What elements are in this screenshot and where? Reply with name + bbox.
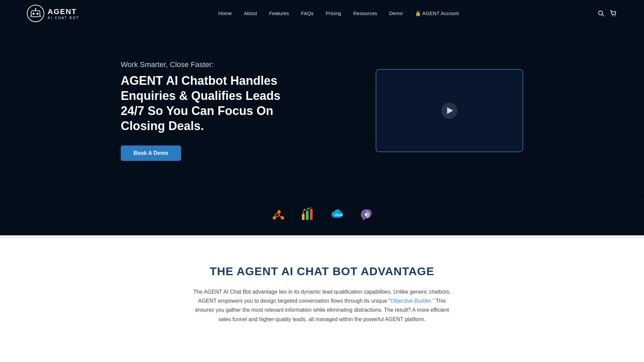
nav-about[interactable]: About bbox=[244, 10, 257, 16]
svg-marker-19 bbox=[307, 207, 310, 209]
objective-builder-link[interactable]: Objective Builder." bbox=[390, 298, 434, 304]
hero-title: AGENT AI Chatbot Handles Enquiries & Qua… bbox=[121, 73, 295, 133]
nav-resources[interactable]: Resources bbox=[353, 10, 377, 16]
svg-line-9 bbox=[602, 14, 604, 16]
logo-sub: AI CHAT BOT bbox=[48, 16, 79, 20]
svg-point-10 bbox=[612, 15, 613, 16]
hero-section: Work Smarter, Close Faster: AGENT AI Cha… bbox=[0, 27, 644, 201]
nav-account[interactable]: 🔒 AGENT Account bbox=[415, 10, 459, 16]
search-button[interactable] bbox=[598, 10, 604, 17]
svg-line-6 bbox=[30, 15, 31, 17]
analytics-icon bbox=[300, 207, 315, 222]
svg-rect-15 bbox=[302, 214, 305, 220]
navigation: AGENT AI CHAT BOT Home About Features FA… bbox=[0, 0, 644, 27]
svg-marker-18 bbox=[303, 208, 306, 210]
svg-point-24 bbox=[365, 213, 368, 216]
hubspot-icon bbox=[270, 207, 285, 222]
svg-point-5 bbox=[35, 8, 36, 9]
hero-left: Work Smarter, Close Faster: AGENT AI Cha… bbox=[121, 60, 295, 161]
integrations-bar: cloud bbox=[0, 201, 644, 235]
logo[interactable]: AGENT AI CHAT BOT bbox=[27, 5, 79, 22]
svg-line-7 bbox=[40, 15, 41, 17]
search-icon bbox=[598, 10, 604, 17]
section-divider bbox=[0, 235, 644, 238]
nav-faqs[interactable]: FAQs bbox=[301, 10, 314, 16]
logo-icon bbox=[27, 5, 44, 22]
nav-demo[interactable]: Demo bbox=[389, 10, 403, 16]
nav-features[interactable]: Features bbox=[269, 10, 289, 16]
logo-brand: AGENT bbox=[48, 7, 79, 16]
nav-home[interactable]: Home bbox=[218, 10, 232, 16]
svg-point-0 bbox=[27, 5, 44, 22]
advantage-section: THE AGENT AI CHAT BOT ADVANTAGE The AGEN… bbox=[0, 238, 644, 344]
listen360-icon bbox=[359, 207, 374, 222]
svg-rect-17 bbox=[310, 209, 313, 220]
book-demo-button[interactable]: Book A Demo bbox=[121, 145, 181, 161]
svg-point-3 bbox=[37, 13, 39, 15]
video-placeholder[interactable] bbox=[376, 69, 523, 152]
nav-pricing[interactable]: Pricing bbox=[326, 10, 341, 16]
nav-links: Home About Features FAQs Pricing Resourc… bbox=[218, 10, 459, 16]
svg-rect-1 bbox=[31, 11, 40, 17]
nav-icon-buttons bbox=[598, 10, 617, 17]
advantage-title: THE AGENT AI CHAT BOT ADVANTAGE bbox=[27, 265, 617, 278]
salesforce-icon: cloud bbox=[329, 207, 344, 222]
svg-text:cloud: cloud bbox=[334, 213, 343, 217]
play-button[interactable] bbox=[441, 103, 458, 119]
cart-button[interactable] bbox=[610, 10, 617, 17]
svg-point-11 bbox=[614, 15, 615, 16]
hero-right bbox=[376, 69, 523, 152]
hero-subtitle: Work Smarter, Close Faster: bbox=[121, 60, 295, 69]
svg-point-2 bbox=[33, 13, 35, 15]
cart-icon bbox=[610, 10, 617, 17]
svg-rect-16 bbox=[306, 211, 309, 220]
advantage-body: The AGENT AI Chat Bot advantage lies in … bbox=[191, 287, 453, 324]
